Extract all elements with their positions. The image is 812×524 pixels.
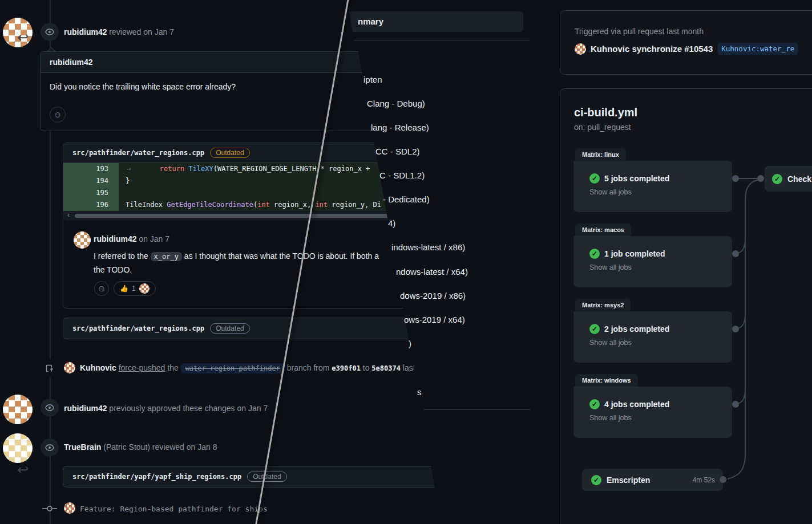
review-event: rubidium42 reviewed on Jan 7 (64, 27, 174, 36)
eye-icon (41, 399, 59, 417)
connector-dot (757, 175, 764, 182)
force-push-event: Kuhnovic force-pushed the water_region_p… (80, 363, 415, 372)
inline-code: x_or_y (151, 252, 182, 261)
reaction-count: 1 (132, 285, 136, 293)
matrix-tab-macos: Matrix: macos (575, 224, 631, 236)
file-path[interactable]: src/pathfinder/yapf/yapf_ship_regions.cp… (72, 473, 241, 481)
review-author-link[interactable]: rubidium42 (64, 27, 107, 36)
comment-text: as I thought that was what the TODO is a… (182, 251, 379, 261)
comment-text: the TODO. (94, 265, 132, 274)
avatar[interactable] (3, 395, 33, 424)
outdated-badge: Outdated (210, 323, 249, 334)
matrix-tab-msys2: Matrix: msys2 (575, 299, 631, 311)
code-token: TileXY (188, 165, 213, 173)
commit-hash-link[interactable]: 5e80374 (371, 364, 401, 372)
connector-dot (732, 250, 739, 257)
reply-arrow-icon: ↩ (17, 462, 29, 478)
jobs-status: 5 jobs completed (604, 174, 669, 183)
file-path[interactable]: src/pathfinder/water_regions.cpp (72, 324, 204, 332)
code-token: int (315, 201, 328, 209)
job-duration: 4m 52s (693, 476, 723, 484)
eye-icon (41, 438, 59, 457)
job-label: Emscripten (607, 476, 650, 485)
eye-icon (41, 23, 59, 41)
jobs-status: 4 jobs completed (604, 400, 669, 409)
review-author-link[interactable]: TrueBrain (64, 442, 101, 452)
comment-author[interactable]: rubidium42 (50, 58, 92, 67)
show-all-jobs-link[interactable]: Show all jobs (573, 184, 732, 196)
matrix-tab-windows: Matrix: windows (575, 374, 638, 387)
outdated-badge: Outdated (247, 472, 286, 482)
reaction-pill[interactable]: 👍 1 (114, 281, 156, 296)
success-check-icon: ✓ (591, 475, 601, 485)
event-text: to (361, 363, 371, 372)
connector-dot (732, 401, 739, 408)
code-token: (WATER_REGION_EDGE_LENGTH * region_x + (213, 165, 374, 173)
avatar[interactable] (74, 231, 91, 249)
line-number: 194 (63, 175, 119, 187)
code-token: GetEdgeTileCoordinate (167, 201, 253, 209)
branch-badge: water_region_pathfinder (181, 363, 285, 373)
review-action-text: (Patric Stout) reviewed on Jan 8 (101, 442, 217, 452)
show-all-jobs-link[interactable]: Show all jobs (573, 259, 732, 271)
line-number: 196 (63, 199, 119, 211)
success-check-icon: ✓ (589, 173, 600, 184)
job-node-check-annotations[interactable]: ✓ Check An (765, 166, 812, 192)
commit-icon (42, 504, 57, 515)
review-author-link[interactable]: rubidium42 (64, 404, 107, 413)
comment-text: I referred to the (94, 251, 151, 261)
commit-hash-link[interactable]: e390f01 (332, 364, 361, 372)
outdated-badge: Outdated (210, 148, 249, 158)
line-number: 193 (63, 163, 119, 175)
show-all-jobs-link[interactable]: Show all jobs (573, 334, 732, 347)
comment-date: on Jan 7 (136, 234, 169, 243)
comment-author[interactable]: rubidium42 (94, 234, 136, 243)
force-pushed-link[interactable]: force-pushed (119, 363, 165, 372)
inline-comment-header: rubidium42 on Jan 7 (94, 234, 169, 243)
review-action-text: reviewed on Jan 7 (107, 27, 174, 36)
review-event: TrueBrain (Patric Stout) reviewed on Jan… (64, 442, 217, 452)
commit-message-link[interactable]: Feature: Region-based pathfinder for shi… (80, 505, 268, 513)
code-token: return (160, 165, 184, 173)
add-reaction-button[interactable]: ☺ (50, 107, 66, 123)
connector-dot (732, 175, 739, 182)
event-text: the (165, 363, 180, 372)
push-author-link[interactable]: Kuhnovic (80, 363, 116, 372)
jobs-status: 1 job completed (604, 249, 665, 258)
avatar[interactable] (64, 502, 75, 514)
success-check-icon: ✓ (589, 249, 600, 259)
job-node-emscripten[interactable]: ✓ Emscripten 4m 52s (582, 469, 723, 491)
code-token: region_x, (270, 201, 315, 209)
matrix-card-msys2[interactable]: ✓ 2 jobs completed Show all jobs (573, 311, 732, 363)
reply-arrow-icon: ↩ (17, 30, 29, 46)
line-number: 195 (63, 187, 119, 199)
review-action-text: previously approved these changes on Jan… (107, 404, 268, 413)
github-pr-checks-page: { "timeline": { "review1": { "author": "… (0, 0, 812, 524)
success-check-icon: ✓ (589, 399, 600, 409)
reactor-avatar (139, 283, 150, 294)
show-all-jobs-link[interactable]: Show all jobs (573, 409, 732, 422)
matrix-card-linux[interactable]: ✓ 5 jobs completed Show all jobs (573, 161, 732, 212)
code-token: } (119, 175, 130, 187)
add-reaction-button[interactable]: ☺ (94, 281, 109, 296)
code-token: region_y, Di (328, 201, 381, 209)
avatar[interactable] (64, 362, 75, 373)
event-text: branch from (285, 363, 332, 372)
matrix-card-macos[interactable]: ✓ 1 job completed Show all jobs (573, 236, 732, 287)
file-path[interactable]: src/pathfinder/water_regions.cpp (72, 149, 204, 157)
job-label: Check An (787, 174, 812, 184)
code-token: TileIndex (126, 201, 167, 209)
matrix-card-windows[interactable]: ✓ 4 jobs completed Show all jobs (573, 387, 732, 438)
avatar[interactable] (3, 433, 33, 463)
success-check-icon: ✓ (589, 324, 600, 334)
review-event: rubidium42 previously approved these cha… (64, 404, 268, 413)
thumbs-up-icon: 👍 (120, 285, 128, 293)
code-token: int (257, 201, 270, 209)
scroll-left-arrow[interactable]: ‹ (67, 211, 70, 219)
success-check-icon: ✓ (772, 174, 782, 184)
connector-dot (732, 326, 739, 332)
matrix-tab-linux: Matrix: linux (575, 148, 626, 161)
jobs-status: 2 jobs completed (604, 324, 669, 334)
connector-dot (720, 476, 726, 483)
force-push-icon (41, 359, 59, 377)
